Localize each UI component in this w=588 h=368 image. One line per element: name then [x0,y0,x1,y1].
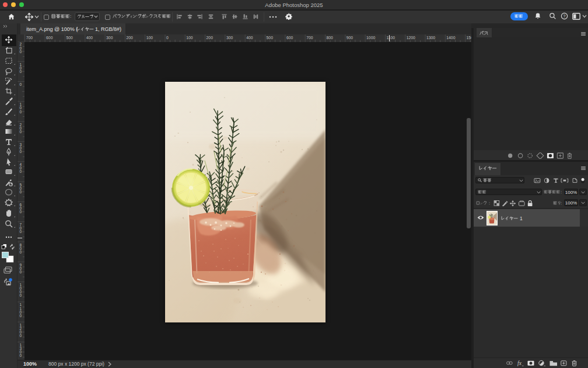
svg-text:0: 0 [19,82,22,86]
svg-text:0: 0 [19,130,22,134]
svg-text:300: 300 [226,36,233,40]
svg-text:0: 0 [166,36,169,40]
svg-text:1300: 1300 [426,36,435,40]
svg-text:0: 0 [19,190,22,194]
svg-text:0: 0 [19,270,22,274]
svg-text:0: 0 [19,250,22,254]
svg-text:100: 100 [186,36,193,40]
svg-text:0: 0 [19,334,22,338]
svg-text:500: 500 [66,36,73,40]
svg-text:0: 0 [19,210,22,214]
svg-text:0: 0 [19,314,22,318]
svg-text:1400: 1400 [446,36,455,40]
svg-text:0: 0 [19,110,22,114]
svg-text:800: 800 [327,36,334,40]
svg-text:600: 600 [286,36,293,40]
svg-text:500: 500 [267,36,274,40]
svg-text:1100: 1100 [386,36,395,40]
svg-text:1200: 1200 [407,36,415,40]
svg-text:700: 700 [306,36,313,40]
svg-text:100: 100 [146,36,153,40]
svg-text:0: 0 [19,230,22,234]
svg-text:700: 700 [26,36,33,40]
svg-text:?: ? [564,14,566,18]
svg-text:0: 0 [19,150,22,154]
svg-text:0: 0 [19,353,22,357]
svg-text:0: 0 [19,70,22,74]
svg-text:fx: fx [517,360,522,366]
svg-text:400: 400 [86,36,93,40]
svg-text:300: 300 [106,36,113,40]
svg-text:600: 600 [46,36,53,40]
svg-text:200: 200 [126,36,133,40]
svg-text:200: 200 [206,36,214,40]
svg-text:0: 0 [19,293,22,297]
svg-text:900: 900 [346,36,354,40]
svg-text:0: 0 [19,50,22,54]
svg-text:1500: 1500 [467,36,471,40]
svg-text:400: 400 [246,36,253,40]
svg-text:0: 0 [19,169,22,173]
svg-text:1000: 1000 [366,36,375,40]
